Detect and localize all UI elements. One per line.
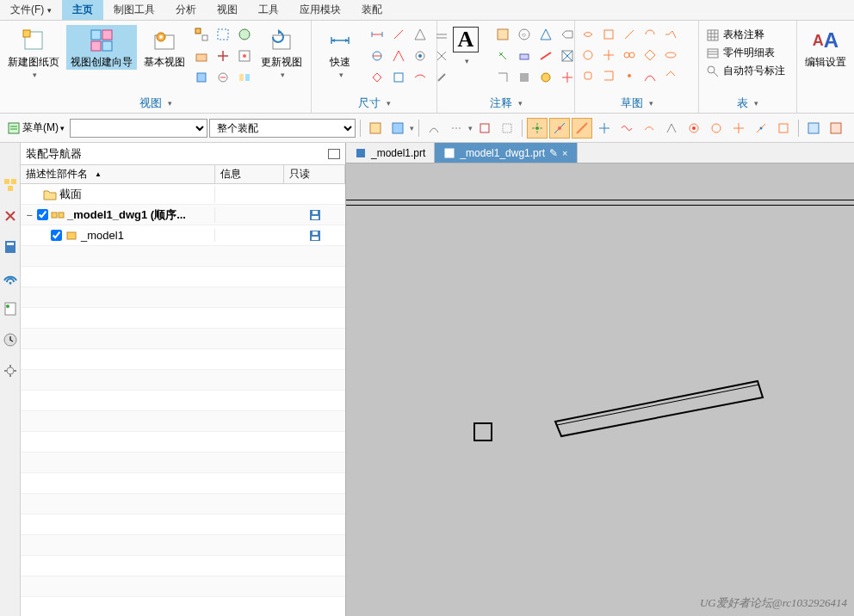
side-wifi-icon[interactable] — [3, 270, 18, 286]
tb-snap-6[interactable] — [639, 118, 659, 139]
combo-1[interactable] — [70, 119, 207, 138]
view-tool-8[interactable] — [214, 68, 232, 87]
sk-15[interactable] — [661, 66, 680, 85]
anno-8[interactable] — [558, 46, 577, 65]
tb-5[interactable] — [474, 118, 495, 139]
tree-row-sections[interactable]: 截面 — [21, 184, 345, 205]
view-tool-5[interactable] — [214, 46, 232, 65]
dim-2[interactable] — [389, 25, 408, 44]
anno-6[interactable] — [515, 46, 534, 65]
dim-11[interactable] — [411, 68, 430, 87]
tb-snap-1[interactable] — [527, 118, 548, 139]
sk-8[interactable] — [620, 46, 639, 65]
tb-snap-5[interactable] — [616, 118, 637, 139]
auto-balloon-button[interactable]: 自动符号标注 — [702, 63, 789, 79]
tb-4[interactable] — [446, 118, 467, 139]
canvas[interactable]: UG爱好者论坛@rc1032926414 — [346, 163, 854, 616]
tb-snap-9[interactable] — [706, 118, 727, 139]
quick-dim-button[interactable]: 快速 — [315, 25, 365, 82]
tb-snap-7[interactable] — [661, 118, 682, 139]
tree-row-dwg[interactable]: −_model1_dwg1 (顺序... — [21, 205, 345, 225]
tb-snap-10[interactable] — [728, 118, 749, 139]
anno-9[interactable] — [493, 68, 512, 87]
combo-2[interactable]: 整个装配 — [209, 119, 356, 138]
anno-2[interactable]: ○ — [515, 25, 534, 44]
anno-1[interactable] — [493, 25, 512, 44]
menu-view[interactable]: 视图 — [207, 0, 248, 20]
base-view-button[interactable]: 基本视图 — [139, 25, 189, 70]
anno-3[interactable] — [536, 25, 555, 44]
sk-10[interactable] — [661, 46, 680, 65]
col-info[interactable]: 信息 — [215, 165, 284, 183]
annotation-button[interactable]: A — [441, 25, 491, 68]
view-tool-2[interactable] — [214, 25, 232, 44]
sk-11[interactable] — [579, 66, 597, 85]
dim-10[interactable] — [389, 68, 408, 87]
sk-4[interactable] — [640, 25, 659, 44]
tb-end-2[interactable] — [826, 118, 846, 139]
dim-6[interactable] — [389, 46, 408, 65]
col-readonly[interactable]: 只读 — [284, 165, 345, 183]
sk-9[interactable] — [640, 46, 659, 65]
tab-model1[interactable]: _model1.prt — [346, 143, 435, 163]
tab-close[interactable]: × — [562, 148, 567, 158]
chk-model1[interactable] — [51, 230, 62, 241]
sk-2[interactable] — [599, 25, 618, 44]
view-tool-4[interactable] — [192, 46, 211, 65]
view-tool-1[interactable] — [192, 25, 211, 44]
dim-3[interactable] — [411, 25, 430, 44]
side-assembly-icon[interactable] — [3, 177, 18, 193]
sk-7[interactable] — [599, 46, 618, 65]
sk-1[interactable] — [579, 25, 597, 44]
parts-list-button[interactable]: 零件明细表 — [702, 45, 789, 61]
anno-11[interactable] — [536, 68, 555, 87]
group-view-label[interactable]: 视图 — [3, 95, 307, 113]
tb-snap-3[interactable] — [572, 118, 592, 139]
side-book-icon[interactable] — [3, 239, 18, 255]
anno-10[interactable] — [515, 68, 534, 87]
update-view-button[interactable]: 更新视图 — [257, 25, 306, 82]
sk-14[interactable] — [640, 66, 659, 85]
side-gear-icon[interactable] — [3, 363, 18, 379]
tb-end-1[interactable] — [803, 118, 824, 139]
menu-home[interactable]: 主页 — [62, 0, 103, 20]
sk-6[interactable] — [579, 46, 597, 65]
menu-analysis[interactable]: 分析 — [165, 0, 207, 20]
view-tool-3[interactable] — [235, 25, 254, 44]
menu-assembly[interactable]: 装配 — [351, 0, 393, 20]
view-tool-7[interactable] — [192, 68, 211, 87]
menu-toggle[interactable]: 菜单(M)▾ — [3, 119, 68, 137]
menu-drawing-tools[interactable]: 制图工具 — [103, 0, 165, 20]
tb-snap-2[interactable] — [549, 118, 570, 139]
new-sheet-button[interactable]: 新建图纸页 — [3, 25, 64, 82]
tree-row-model1[interactable]: _model1 — [21, 225, 345, 246]
tb-1[interactable] — [365, 118, 386, 139]
anno-7[interactable] — [536, 46, 555, 65]
side-doc-icon[interactable] — [3, 301, 18, 317]
sk-12[interactable] — [599, 66, 618, 85]
side-history-icon[interactable] — [3, 332, 18, 348]
col-name[interactable]: 描述性部件名 — [21, 165, 215, 183]
menu-file[interactable]: 文件(F) ▾ — [0, 0, 62, 20]
tb-6[interactable] — [497, 118, 517, 139]
expander[interactable]: − — [24, 209, 34, 221]
group-anno-label[interactable]: 注释 — [441, 95, 571, 113]
anno-12[interactable] — [558, 68, 577, 87]
panel-toggle[interactable] — [328, 149, 340, 159]
side-constraint-icon[interactable] — [3, 208, 18, 224]
group-table-label[interactable]: 表 — [702, 95, 793, 113]
tb-snap-8[interactable] — [684, 118, 704, 139]
tb-snap-12[interactable] — [773, 118, 794, 139]
menu-app-modules[interactable]: 应用模块 — [289, 0, 351, 20]
view-tool-9[interactable] — [235, 68, 254, 87]
chk-dwg[interactable] — [37, 209, 48, 220]
view-tool-6[interactable] — [235, 46, 254, 65]
view-wizard-button[interactable]: 视图创建向导 — [66, 25, 137, 70]
dim-1[interactable] — [368, 25, 387, 44]
sk-13[interactable] — [620, 66, 639, 85]
table-annotation-button[interactable]: 表格注释 — [702, 27, 789, 43]
tb-snap-4[interactable] — [594, 118, 615, 139]
dim-5[interactable] — [368, 46, 387, 65]
tb-3[interactable] — [424, 118, 444, 139]
group-dim-label[interactable]: 尺寸 — [315, 95, 433, 113]
